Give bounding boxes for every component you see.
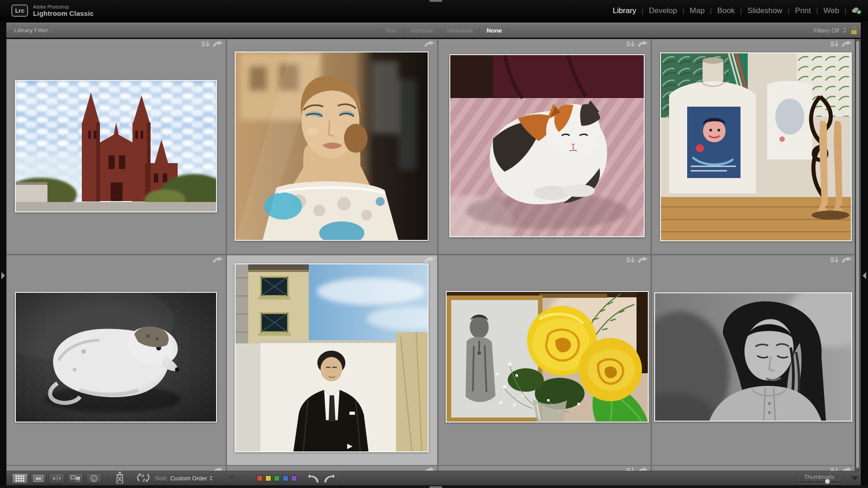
thumbnail-size-slider[interactable]: [799, 482, 840, 483]
double-arrow-badge-icon[interactable]: [424, 257, 434, 263]
photo-thumbnail-dog[interactable]: [15, 292, 217, 422]
unsaved-metadata-badge-icon[interactable]: [626, 257, 635, 263]
filter-option-attribute[interactable]: Attribute: [404, 27, 440, 34]
double-arrow-badge-icon[interactable]: [637, 257, 647, 263]
filter-option-text[interactable]: Text: [378, 27, 403, 34]
photo-thumbnail-roses[interactable]: [446, 291, 649, 422]
module-picker: Library Develop Map Book Slideshow Print…: [607, 0, 862, 21]
tab-book[interactable]: Book: [712, 6, 741, 15]
unsaved-metadata-badge-icon[interactable]: [830, 257, 839, 263]
double-arrow-badge-icon[interactable]: [424, 41, 434, 47]
rotate-buttons: [307, 474, 336, 483]
rotate-right-icon[interactable]: [323, 474, 336, 483]
tab-slideshow[interactable]: Slideshow: [742, 6, 788, 15]
double-arrow-badge-icon[interactable]: [212, 257, 222, 263]
unsaved-metadata-badge-icon: [626, 467, 635, 471]
spray-can-icon: [116, 472, 124, 483]
brand-name: Lightroom Classic: [33, 10, 94, 17]
updown-arrows-icon: [209, 476, 213, 481]
double-arrow-badge-icon[interactable]: [637, 41, 647, 47]
filters-status[interactable]: Filters Off: [814, 27, 839, 34]
tab-print[interactable]: Print: [790, 6, 816, 15]
unsaved-metadata-badge-icon[interactable]: [830, 41, 839, 47]
thumbnail-slider-ticks: [799, 479, 840, 481]
grid-cell-9-partial[interactable]: [7, 466, 226, 471]
compare-view-button[interactable]: XY: [49, 473, 65, 484]
grid-view-icon: [15, 475, 24, 482]
survey-view-button[interactable]: [67, 473, 84, 484]
grid-cell-10-partial[interactable]: [227, 466, 437, 471]
survey-view-icon: [71, 475, 80, 482]
show-left-panel-arrow[interactable]: [1, 272, 5, 279]
pick-flag-icon[interactable]: [228, 475, 236, 482]
photo-thumbnail-cathedral[interactable]: [15, 80, 217, 212]
people-view-icon: [90, 475, 98, 482]
cloud-sync-icon[interactable]: [846, 7, 862, 14]
color-label-green[interactable]: [274, 475, 280, 481]
sort-direction-button[interactable]: A Z: [135, 472, 151, 485]
photo-thumbnail-tshirts[interactable]: [660, 52, 852, 241]
color-label-yellow[interactable]: [265, 475, 271, 481]
roses-photo-art: [447, 292, 648, 422]
scrollbar-thumb[interactable]: [856, 40, 860, 469]
grid-scrollbar[interactable]: [855, 39, 861, 471]
color-label-purple[interactable]: [291, 475, 297, 481]
sort-value-dropdown[interactable]: Custom Order: [170, 475, 213, 482]
loupe-view-button[interactable]: [30, 473, 47, 484]
rotate-left-icon[interactable]: [307, 474, 320, 483]
unsaved-metadata-badge-icon[interactable]: [201, 41, 210, 47]
photo-thumbnail-cat[interactable]: [449, 54, 645, 237]
toolbar-separator: [844, 473, 844, 484]
sort-label: Sort:: [155, 475, 167, 482]
double-arrow-badge-icon: [424, 467, 434, 471]
painter-tool-button[interactable]: [116, 472, 124, 485]
thumbnail-slider-thumb[interactable]: [825, 479, 830, 484]
filter-lock-icon[interactable]: [850, 26, 858, 35]
people-view-button[interactable]: [86, 473, 102, 484]
double-arrow-badge-icon[interactable]: [841, 257, 851, 263]
sort-az-icon: A Z: [135, 472, 151, 483]
reject-flag-icon[interactable]: [239, 475, 247, 482]
hide-toolbar-button[interactable]: [848, 472, 862, 484]
photo-thumbnail-suit-poster[interactable]: [235, 263, 429, 452]
toolbar-separator: [342, 473, 343, 484]
library-filter-label: Library Filter :: [14, 27, 52, 33]
filter-option-none[interactable]: None: [480, 27, 509, 34]
grid-view-button[interactable]: [12, 473, 28, 484]
suit-poster-photo-art: [236, 264, 428, 451]
filter-options: Text Attribute Metadata None: [378, 23, 509, 38]
tab-library[interactable]: Library: [607, 6, 642, 15]
tab-develop[interactable]: Develop: [643, 6, 682, 15]
toolbar-separator: [130, 473, 131, 484]
double-arrow-badge-icon[interactable]: [212, 41, 222, 47]
photo-thumbnail-woman[interactable]: [654, 292, 852, 422]
top-panel-collapse-handle[interactable]: [429, 0, 442, 2]
show-right-panel-arrow[interactable]: [863, 272, 866, 279]
mannequin-photo-art: [236, 52, 428, 240]
filter-option-metadata[interactable]: Metadata: [440, 27, 479, 34]
grid-cell-12-partial[interactable]: [652, 466, 854, 471]
color-label-buttons: [257, 475, 297, 481]
bottom-panel-collapse-handle[interactable]: [429, 486, 442, 488]
top-bar: Lrc Adobe Photoshop Lightroom Classic Li…: [0, 0, 868, 21]
color-label-red[interactable]: [257, 475, 263, 481]
double-arrow-badge-icon[interactable]: [841, 41, 851, 47]
cat-photo-art: [450, 55, 644, 236]
library-toolbar: XY A Z Sort: Cust: [6, 471, 861, 485]
loupe-view-icon: [33, 475, 43, 482]
right-panel-strip: [861, 21, 868, 488]
toolbar-separator: [109, 473, 109, 484]
color-label-blue[interactable]: [283, 475, 288, 481]
tab-web[interactable]: Web: [818, 6, 844, 15]
left-panel-strip: [0, 21, 6, 488]
grid-cell-11-partial[interactable]: [439, 466, 651, 471]
photo-thumbnail-mannequin[interactable]: [235, 52, 429, 241]
cathedral-photo-art: [16, 81, 216, 211]
double-arrow-badge-icon: [841, 467, 851, 471]
tab-map[interactable]: Map: [684, 6, 710, 15]
dog-photo-art: [16, 293, 216, 422]
updown-arrows-icon: [843, 28, 847, 33]
unsaved-metadata-badge-icon[interactable]: [626, 41, 635, 47]
photo-grid: [6, 39, 855, 471]
compare-view-icon: XY: [52, 476, 61, 481]
